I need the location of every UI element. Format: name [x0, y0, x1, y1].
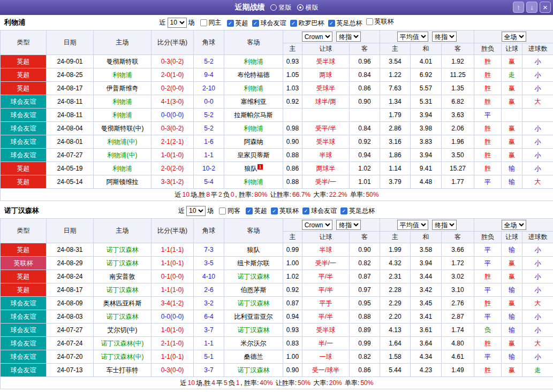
home-team[interactable]: 诺丁汉森林(中)	[94, 350, 151, 364]
score: 2-1(1-0)	[151, 337, 194, 350]
away-team[interactable]: 伯恩茅斯	[224, 283, 283, 297]
league-filter-英超[interactable]: ✓英超	[246, 206, 267, 216]
home-team[interactable]: 奥林匹亚科斯	[94, 297, 151, 310]
asia-bookmaker-select[interactable]: Crown	[302, 220, 332, 230]
home-team[interactable]: 利物浦	[94, 162, 151, 175]
euro-time-select[interactable]: 终指	[432, 220, 457, 230]
home-team[interactable]: 诺丁汉森林	[94, 257, 151, 270]
close-button[interactable]: ×	[540, 2, 551, 13]
home-team[interactable]: 诺丁汉森林	[94, 243, 151, 257]
euro-bookmaker-select[interactable]: 平均值	[397, 220, 428, 230]
red-card-badge: 1	[257, 164, 262, 170]
section-summary: 近10场,胜8平2负0, 胜率:80% 让胜率:66.7% 大率:22.2% 单…	[1, 189, 553, 201]
checkbox-checked-icon[interactable]: ✓	[246, 207, 253, 214]
away-team[interactable]: 布伦特福德	[224, 68, 283, 82]
period-select[interactable]: 全场	[502, 220, 526, 230]
away-team[interactable]: 利物浦	[224, 122, 283, 135]
match-count-select[interactable]: 10	[186, 206, 206, 216]
move-up-button[interactable]: ↑	[513, 2, 524, 13]
away-team[interactable]: 比利亚雷亚尔	[224, 310, 283, 324]
home-team[interactable]: 诺丁汉森林	[94, 283, 151, 297]
result-winlose: 胜	[474, 270, 502, 283]
away-team[interactable]: 拉斯帕尔马斯	[224, 109, 283, 122]
score: 3-3(1-2)	[151, 175, 194, 189]
euro-bookmaker-select[interactable]: 平均值	[397, 32, 428, 42]
away-team[interactable]: 桑德兰	[224, 350, 283, 364]
home-team[interactable]: 利物浦(中)	[94, 149, 151, 162]
result-handicap: 赢	[502, 95, 522, 109]
away-team[interactable]: 诺丁汉森林	[224, 270, 283, 283]
home-team[interactable]: 阿斯顿维拉	[94, 175, 151, 189]
checkbox-checked-icon[interactable]: ✓	[328, 20, 335, 27]
checkbox-unchecked-icon[interactable]	[366, 18, 373, 25]
home-team[interactable]: 诺丁汉森林	[94, 310, 151, 324]
league-filter-欧罗巴杯[interactable]: ✓欧罗巴杯	[290, 19, 324, 28]
checkbox-checked-icon[interactable]: ✓	[227, 20, 234, 27]
away-team[interactable]: 利物浦	[224, 82, 283, 95]
away-team[interactable]: 狼队1	[224, 162, 283, 175]
asia-time-select[interactable]: 终指	[336, 32, 361, 42]
euro-home-odds: 1.64	[380, 337, 411, 350]
checkbox-checked-icon[interactable]: ✓	[302, 207, 309, 214]
radio-icon[interactable]	[270, 4, 277, 11]
league-filter-英足总杯[interactable]: ✓英足总杯	[328, 19, 362, 28]
away-team[interactable]: 塞维利亚	[224, 95, 283, 109]
away-team[interactable]: 诺丁汉森林	[224, 324, 283, 337]
result-winlose: 平	[474, 175, 502, 189]
euro-away-odds: 1.77	[442, 175, 474, 189]
home-team[interactable]: 伊普斯维奇	[94, 82, 151, 95]
checkbox-checked-icon[interactable]: ✓	[340, 207, 347, 214]
home-team[interactable]: 利物浦	[94, 109, 151, 122]
checkbox-checked-icon[interactable]: ✓	[271, 207, 278, 214]
layout-vertical-radio[interactable]: 竖版	[270, 3, 292, 12]
asian-away-odds: 1.01	[350, 175, 380, 189]
asia-time-select[interactable]: 终指	[336, 220, 361, 230]
filter-bar: 近 10 场 同客 ✓英超✓英联杯✓球会友谊✓英足总杯	[178, 206, 375, 216]
league-filter-英联杯[interactable]: 英联杯	[366, 17, 394, 26]
euro-time-select[interactable]: 终指	[432, 32, 457, 42]
away-team[interactable]: 皇家贝蒂斯	[224, 149, 283, 162]
checkbox-unchecked-icon[interactable]	[200, 19, 207, 26]
home-team[interactable]: 诺丁汉森林(中)	[94, 337, 151, 350]
away-team[interactable]: 纽卡斯尔联	[224, 257, 283, 270]
same-venue-filter[interactable]: 同客	[219, 206, 240, 216]
league-filter-球会友谊[interactable]: ✓球会友谊	[302, 206, 337, 216]
away-team[interactable]: 利物浦	[224, 55, 283, 68]
league-filter-英联杯[interactable]: ✓英联杯	[271, 206, 299, 216]
checkbox-unchecked-icon[interactable]	[219, 207, 226, 214]
home-team[interactable]: 南安普敦	[94, 270, 151, 283]
asia-bookmaker-select[interactable]: Crown	[302, 32, 332, 42]
period-select[interactable]: 全场	[502, 32, 526, 42]
league-badge: 球会友谊	[1, 149, 47, 162]
checkbox-checked-icon[interactable]: ✓	[252, 20, 259, 27]
league-filter-英超[interactable]: ✓英超	[227, 19, 248, 28]
summary-text: 66.7%	[292, 191, 310, 198]
home-team[interactable]: 曼彻斯特联(中)	[94, 122, 151, 135]
away-team[interactable]: 米尔沃尔	[224, 337, 283, 350]
away-team[interactable]: 诺丁汉森林	[224, 297, 283, 310]
checkbox-checked-icon[interactable]: ✓	[290, 20, 297, 27]
home-team[interactable]: 利物浦	[94, 68, 151, 82]
home-team[interactable]: 利物浦	[94, 95, 151, 109]
away-team[interactable]: 狼队	[224, 243, 283, 257]
asian-handicap: 球半/两	[302, 95, 350, 109]
sub-goals-header: 进球数	[522, 232, 553, 243]
away-team[interactable]: 诺丁汉森林	[224, 364, 283, 377]
home-team[interactable]: 车士打菲特	[94, 364, 151, 377]
euro-home-odds: 1.58	[380, 350, 411, 364]
result-goals: 小	[522, 270, 553, 283]
league-filter-球会友谊[interactable]: ✓球会友谊	[252, 19, 286, 28]
euro-home-odds: 2.31	[380, 270, 411, 283]
euro-away-odds: 4.61	[442, 350, 474, 364]
away-team[interactable]: 阿森纳	[224, 135, 283, 149]
away-team[interactable]: 利物浦	[224, 175, 283, 189]
home-team[interactable]: 艾尔切(中)	[94, 324, 151, 337]
radio-checked-icon[interactable]	[297, 4, 304, 11]
match-count-select[interactable]: 10	[168, 18, 187, 28]
move-down-button[interactable]: ↓	[526, 2, 537, 13]
league-filter-英足总杯[interactable]: ✓英足总杯	[340, 206, 375, 216]
home-team[interactable]: 利物浦(中)	[94, 135, 151, 149]
layout-horizontal-radio[interactable]: 横版	[297, 3, 319, 12]
home-team[interactable]: 曼彻斯特联	[94, 55, 151, 68]
same-venue-filter[interactable]: 同主	[200, 18, 222, 27]
